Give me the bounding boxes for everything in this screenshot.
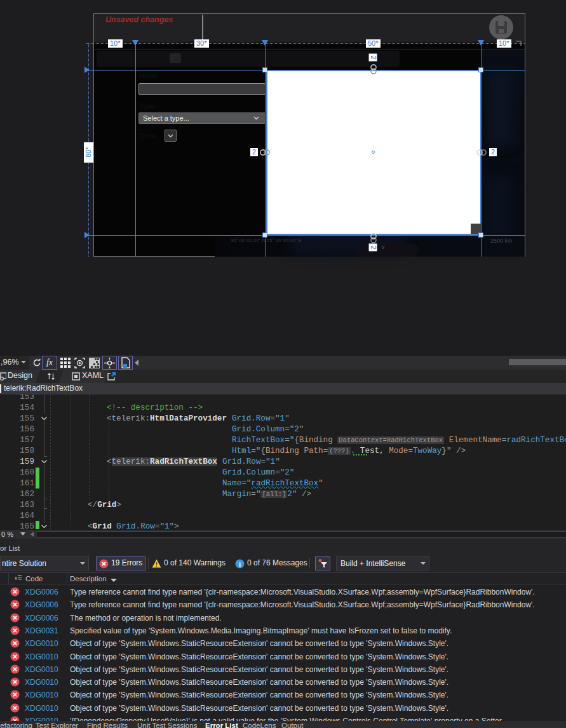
svg-text:i: i	[239, 560, 241, 568]
